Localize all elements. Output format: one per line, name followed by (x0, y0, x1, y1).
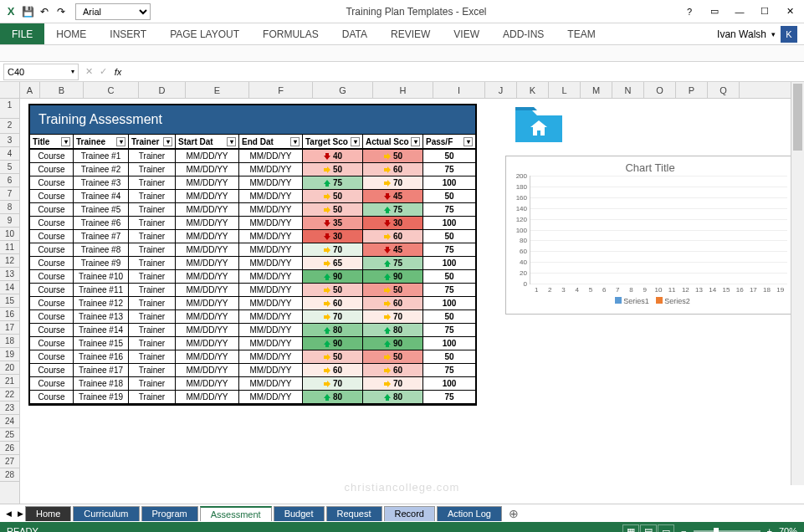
table-row[interactable]: CourseTrainee #2TrainerMM/DD/YYMM/DD/YY5… (30, 163, 475, 176)
normal-view-icon[interactable]: ▦ (622, 524, 639, 532)
cell-pass-fail[interactable]: 75 (423, 391, 475, 404)
column-header[interactable]: Q (708, 82, 740, 98)
column-header[interactable]: L (549, 82, 581, 98)
cell-actual-score[interactable]: 75 (363, 203, 423, 217)
table-row[interactable]: CourseTrainee #11TrainerMM/DD/YYMM/DD/YY… (30, 284, 475, 297)
cell-trainer[interactable]: Trainer (129, 243, 176, 257)
cell-end-date[interactable]: MM/DD/YY (239, 270, 303, 284)
cell-trainee[interactable]: Trainee #3 (74, 176, 129, 190)
cell-trainer[interactable]: Trainer (129, 176, 176, 190)
row-header[interactable]: 23 (0, 402, 19, 415)
row-header[interactable]: 2 (0, 119, 19, 134)
cell-end-date[interactable]: MM/DD/YY (239, 391, 303, 404)
cell-actual-score[interactable]: 70 (363, 377, 423, 391)
cell-target-score[interactable]: 90 (303, 270, 363, 284)
redo-icon[interactable]: ↷ (54, 4, 69, 19)
cell-trainer[interactable]: Trainer (129, 257, 176, 270)
cell-end-date[interactable]: MM/DD/YY (239, 324, 303, 337)
cell-target-score[interactable]: 50 (303, 350, 363, 364)
cell-end-date[interactable]: MM/DD/YY (239, 310, 303, 324)
table-row[interactable]: CourseTrainee #6TrainerMM/DD/YYMM/DD/YY3… (30, 217, 475, 230)
ribbon-tab-insert[interactable]: INSERT (98, 23, 158, 44)
table-row[interactable]: CourseTrainee #9TrainerMM/DD/YYMM/DD/YY6… (30, 257, 475, 270)
cell-actual-score[interactable]: 60 (363, 163, 423, 176)
vertical-scrollbar[interactable] (791, 82, 804, 485)
cell-end-date[interactable]: MM/DD/YY (239, 176, 303, 190)
filter-dropdown-icon[interactable]: ▾ (463, 137, 473, 146)
scrollbar-thumb[interactable] (793, 84, 802, 151)
column-header[interactable]: O (644, 82, 676, 98)
user-badge[interactable]: K (781, 26, 797, 43)
column-header[interactable]: N (612, 82, 644, 98)
cell-start-date[interactable]: MM/DD/YY (176, 297, 239, 310)
ribbon-tab-file[interactable]: FILE (0, 23, 44, 44)
cell-title[interactable]: Course (30, 324, 74, 337)
cell-actual-score[interactable]: 90 (363, 337, 423, 350)
cell-start-date[interactable]: MM/DD/YY (176, 284, 239, 297)
cell-trainer[interactable]: Trainer (129, 284, 176, 297)
zoom-out-icon[interactable]: − (681, 526, 686, 532)
column-header[interactable]: M (581, 82, 612, 98)
column-header[interactable]: I (433, 82, 485, 98)
cell-trainer[interactable]: Trainer (129, 217, 176, 230)
sheet-nav-prev-icon[interactable]: ◀ (3, 509, 13, 518)
cell-title[interactable]: Course (30, 217, 74, 230)
cell-trainer[interactable]: Trainer (129, 350, 176, 364)
table-row[interactable]: CourseTrainee #10TrainerMM/DD/YYMM/DD/YY… (30, 270, 475, 284)
cell-start-date[interactable]: MM/DD/YY (176, 364, 239, 377)
column-header[interactable]: E (186, 82, 249, 98)
table-row[interactable]: CourseTrainee #1TrainerMM/DD/YYMM/DD/YY4… (30, 150, 475, 163)
close-icon[interactable]: ✕ (779, 3, 801, 20)
help-icon[interactable]: ? (679, 3, 700, 20)
cell-end-date[interactable]: MM/DD/YY (239, 350, 303, 364)
row-header[interactable]: 5 (0, 161, 19, 174)
cell-title[interactable]: Course (30, 297, 74, 310)
cell-end-date[interactable]: MM/DD/YY (239, 284, 303, 297)
cell-title[interactable]: Course (30, 337, 74, 350)
cell-start-date[interactable]: MM/DD/YY (176, 257, 239, 270)
ribbon-tab-page-layout[interactable]: PAGE LAYOUT (158, 23, 251, 44)
fx-icon[interactable]: fx (110, 67, 125, 77)
cell-end-date[interactable]: MM/DD/YY (239, 297, 303, 310)
cell-title[interactable]: Course (30, 176, 74, 190)
cell-trainee[interactable]: Trainee #4 (74, 190, 129, 203)
cell-pass-fail[interactable]: 50 (423, 310, 475, 324)
table-header-cell[interactable]: End Dat▾ (239, 135, 303, 150)
cell-trainer[interactable]: Trainer (129, 297, 176, 310)
cell-target-score[interactable]: 50 (303, 190, 363, 203)
cell-target-score[interactable]: 70 (303, 310, 363, 324)
row-header[interactable]: 19 (0, 348, 19, 361)
cell-trainee[interactable]: Trainee #7 (74, 230, 129, 243)
row-header[interactable]: 22 (0, 388, 19, 402)
cell-pass-fail[interactable]: 75 (423, 163, 475, 176)
cell-trainee[interactable]: Trainee #15 (74, 337, 129, 350)
cell-target-score[interactable]: 90 (303, 337, 363, 350)
table-row[interactable]: CourseTrainee #18TrainerMM/DD/YYMM/DD/YY… (30, 377, 475, 391)
cell-actual-score[interactable]: 70 (363, 310, 423, 324)
cell-end-date[interactable]: MM/DD/YY (239, 377, 303, 391)
sheet-tab-record[interactable]: Record (384, 506, 435, 521)
ribbon-tab-team[interactable]: TEAM (556, 23, 607, 44)
row-header[interactable]: 12 (0, 254, 19, 268)
user-dropdown-icon[interactable]: ▾ (771, 30, 776, 38)
column-header[interactable]: A (20, 82, 40, 98)
cell-start-date[interactable]: MM/DD/YY (176, 150, 239, 163)
cell-pass-fail[interactable]: 50 (423, 190, 475, 203)
row-header[interactable]: 17 (0, 321, 19, 335)
cell-start-date[interactable]: MM/DD/YY (176, 230, 239, 243)
cell-trainee[interactable]: Trainee #11 (74, 284, 129, 297)
sheet-tab-action-log[interactable]: Action Log (437, 506, 502, 521)
column-header[interactable]: H (373, 82, 433, 98)
cell-trainee[interactable]: Trainee #17 (74, 364, 129, 377)
cell-trainer[interactable]: Trainer (129, 190, 176, 203)
cell-actual-score[interactable]: 45 (363, 190, 423, 203)
table-row[interactable]: CourseTrainee #8TrainerMM/DD/YYMM/DD/YY7… (30, 243, 475, 257)
worksheet-grid[interactable]: 1234567891011121314151617181920212223242… (0, 82, 804, 504)
cell-actual-score[interactable]: 60 (363, 230, 423, 243)
sheet-tab-assessment[interactable]: Assessment (200, 506, 272, 521)
cell-trainee[interactable]: Trainee #13 (74, 310, 129, 324)
excel-icon[interactable]: X (3, 4, 18, 19)
filter-dropdown-icon[interactable]: ▾ (351, 137, 360, 146)
cell-pass-fail[interactable]: 100 (423, 377, 475, 391)
cell-target-score[interactable]: 50 (303, 163, 363, 176)
